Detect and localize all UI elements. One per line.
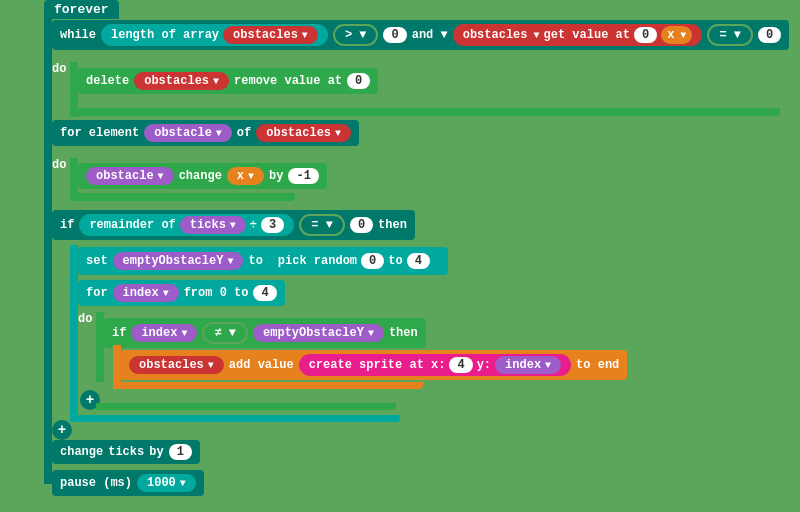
do-label-1: do xyxy=(52,62,66,76)
index-dropdown-2[interactable]: index xyxy=(131,324,197,342)
plus-btn-if[interactable]: + xyxy=(52,420,72,440)
if-index-body-border xyxy=(113,345,121,385)
obstacles-dropdown-4[interactable]: obstacles xyxy=(129,356,224,374)
for-element-bottom-border xyxy=(70,193,295,201)
set-row: set emptyObstacleY to pick random 0 to 4 xyxy=(78,247,448,275)
x-dropdown-2[interactable]: x xyxy=(227,167,264,185)
do-label-3: do xyxy=(78,312,92,326)
pick-random-block[interactable]: pick random 0 to 4 xyxy=(268,251,440,271)
main-left-border xyxy=(44,14,52,484)
while-row: while length of array obstacles > ▼ 0 an… xyxy=(52,20,789,50)
for-element-body-border xyxy=(70,158,78,193)
value-1[interactable]: 1 xyxy=(169,444,192,460)
value-0-a[interactable]: 0 xyxy=(383,27,406,43)
if-index-row: if index ≠ ▼ emptyObstacleY then xyxy=(104,318,426,348)
obstacles-add-row: obstacles add value create sprite at x: … xyxy=(121,350,627,380)
and-keyword: and ▼ xyxy=(412,28,448,42)
if-row: if remainder of ticks ÷ 3 = ▼ 0 then xyxy=(52,210,415,240)
value-4-a[interactable]: 4 xyxy=(407,253,430,269)
value-0-d[interactable]: 0 xyxy=(347,73,370,89)
remainder-block[interactable]: remainder of ticks ÷ 3 xyxy=(79,214,294,236)
while-bottom-border xyxy=(70,108,780,116)
if-bottom-border xyxy=(70,415,400,422)
index-dropdown-3[interactable]: index xyxy=(495,356,561,374)
ticks-dropdown[interactable]: ticks xyxy=(180,216,246,234)
if-keyword: if xyxy=(60,218,74,232)
for-keyword-1: for element xyxy=(60,126,139,140)
forever-label: forever xyxy=(44,0,119,19)
eq-operator-2[interactable]: = ▼ xyxy=(299,214,345,236)
pause-value[interactable]: 1000 xyxy=(137,474,196,492)
while-keyword: while xyxy=(60,28,96,42)
obstacle-change-row: obstacle change x by -1 xyxy=(78,163,327,189)
index-dropdown-1[interactable]: index xyxy=(113,284,179,302)
block-container: forever while length of array obstacles … xyxy=(0,0,800,512)
for-index-bottom-border xyxy=(96,403,396,410)
for-index-body-border xyxy=(96,312,104,382)
value-0-c[interactable]: 0 xyxy=(758,27,781,43)
change-ticks-row: change ticks by 1 xyxy=(52,440,200,464)
do-label-2: do xyxy=(52,158,66,172)
pause-row: pause (ms) 1000 xyxy=(52,470,204,496)
empty-obstacle-y-dropdown[interactable]: emptyObstacleY xyxy=(113,252,244,270)
obstacles-dropdown-2[interactable]: obstacles xyxy=(134,72,229,90)
obstacles-dropdown-1[interactable]: obstacles xyxy=(223,26,318,44)
neq-operator[interactable]: ≠ ▼ xyxy=(202,322,248,344)
value-4-b[interactable]: 4 xyxy=(253,285,276,301)
value-0-e[interactable]: 0 xyxy=(350,217,373,233)
for-index-row: for index from 0 to 4 xyxy=(78,280,285,306)
value-0-f[interactable]: 0 xyxy=(361,253,384,269)
if-body-border xyxy=(70,245,78,415)
value-3[interactable]: 3 xyxy=(261,217,284,233)
obstacle-dropdown[interactable]: obstacle xyxy=(144,124,232,142)
for-element-row: for element obstacle of obstacles xyxy=(52,120,359,146)
gt-operator[interactable]: > ▼ xyxy=(333,24,379,46)
length-block[interactable]: length of array obstacles xyxy=(101,24,328,46)
empty-obstacle-y-dropdown-2[interactable]: emptyObstacleY xyxy=(253,324,384,342)
if-index-bottom-border xyxy=(113,382,423,389)
x-dropdown[interactable]: x xyxy=(661,26,692,44)
eq-operator[interactable]: = ▼ xyxy=(707,24,753,46)
delete-row: delete obstacles remove value at 0 xyxy=(78,68,378,94)
obstacle-dropdown-2[interactable]: obstacle xyxy=(86,167,174,185)
obstacles-dropdown-3[interactable]: obstacles xyxy=(256,124,351,142)
create-sprite-block[interactable]: create sprite at x: 4 y: index xyxy=(299,354,571,376)
delete-keyword: delete xyxy=(86,74,129,88)
obstacles-get-block[interactable]: obstacles get value at 0 x xyxy=(453,24,703,46)
value-0-b[interactable]: 0 xyxy=(634,27,657,43)
value-neg1[interactable]: -1 xyxy=(288,168,318,184)
value-4-c[interactable]: 4 xyxy=(449,357,472,373)
plus-icon-2[interactable]: + xyxy=(52,420,72,440)
